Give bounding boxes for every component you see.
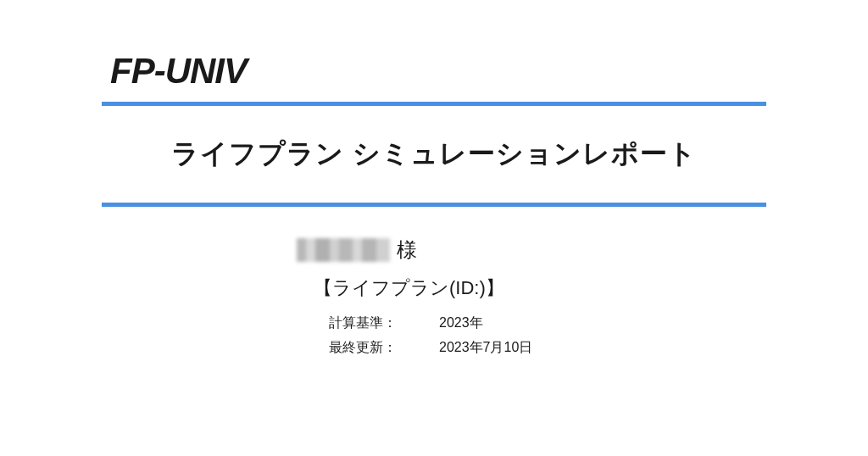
client-name-redacted (297, 238, 390, 262)
plan-id-row: 【ライフプラン(ID:)】 (314, 275, 766, 301)
app-logo: FP-UNIV (110, 51, 766, 92)
last-updated-row: 最終更新： 2023年7月10日 (329, 339, 766, 357)
last-updated-value: 2023年7月10日 (439, 339, 532, 357)
plan-id-prefix: 【ライフプラン(ID: (314, 277, 479, 298)
calc-basis-row: 計算基準： 2023年 (329, 314, 766, 332)
last-updated-label: 最終更新： (329, 339, 405, 357)
client-honorific: 様 (397, 236, 417, 264)
client-name-row: 様 (297, 236, 766, 264)
calc-basis-label: 計算基準： (329, 314, 405, 332)
report-title: ライフプラン シミュレーションレポート (102, 106, 766, 203)
calc-basis-value: 2023年 (439, 314, 483, 332)
client-info-section: 様 【ライフプラン(ID:)】 計算基準： 2023年 最終更新： 2023年7… (297, 236, 766, 357)
meta-section: 計算基準： 2023年 最終更新： 2023年7月10日 (329, 314, 766, 357)
divider-bottom (102, 203, 766, 207)
plan-id-suffix: )】 (479, 277, 504, 298)
